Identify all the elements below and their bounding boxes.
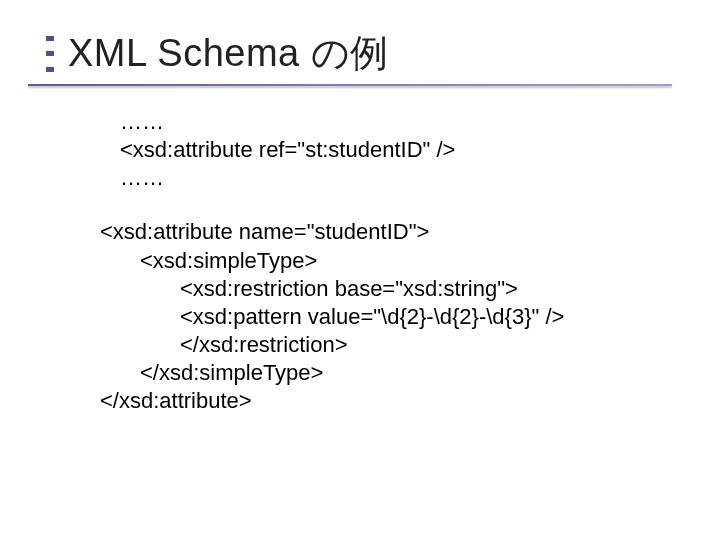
code-line: </xsd:simpleType> [100,359,660,387]
slide-title: XML Schema の例 [68,28,389,79]
code-line: …… [120,108,660,136]
code-line: <xsd:restriction base="xsd:string"> [100,275,660,303]
code-line: <xsd:pattern value="\d{2}-\d{2}-\d{3}" /… [100,303,660,331]
title-row: XML Schema の例 [46,28,389,79]
slide: XML Schema の例 …… <xsd:attribute ref="st:… [0,0,720,540]
code-line: <xsd:attribute name="studentID"> [100,218,660,246]
code-line: <xsd:attribute ref="st:studentID" /> [120,136,660,164]
code-line: </xsd:restriction> [100,331,660,359]
slide-body: …… <xsd:attribute ref="st:studentID" /> … [100,108,660,416]
code-line: <xsd:simpleType> [100,247,660,275]
code-snippet-2: <xsd:attribute name="studentID"> <xsd:si… [100,218,660,415]
code-line: </xsd:attribute> [100,387,660,415]
code-line: …… [120,164,660,192]
title-underline [28,84,672,86]
code-snippet-1: …… <xsd:attribute ref="st:studentID" /> … [120,108,660,192]
title-bullet-icon [46,36,54,72]
